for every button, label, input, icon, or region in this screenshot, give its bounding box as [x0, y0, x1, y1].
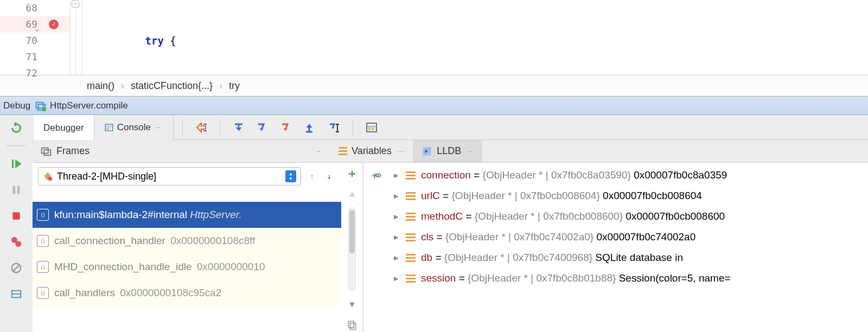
frame-item[interactable]: ⟨⟩ call_handlers 0x0000000108c95ca2: [33, 280, 341, 306]
add-watch-button[interactable]: +: [345, 166, 359, 180]
frames-header[interactable]: Frames →·: [33, 140, 331, 162]
step-out-button[interactable]: [303, 120, 318, 135]
divider: [220, 119, 220, 136]
pause-button[interactable]: [8, 182, 24, 198]
frame-down-button[interactable]: ↓: [323, 170, 336, 183]
frames-panel: Thread-2-[MHD-single] ▲▼ ↑ ↓ ⟨⟩ kfun:mai…: [33, 163, 363, 332]
frames-scroll-column: + ▲ ▼: [341, 163, 363, 332]
svg-point-34: [47, 173, 49, 175]
new-watch-button[interactable]: +: [371, 169, 385, 183]
frame-icon: ⟨⟩: [37, 235, 49, 247]
vertical-scrollbar[interactable]: [348, 207, 356, 291]
svg-point-41: [378, 175, 379, 176]
pin-icon[interactable]: →·: [314, 147, 323, 155]
variable-row[interactable]: ▶ methodC = {ObjHeader * | 0x7fb0cb00860…: [392, 206, 868, 227]
fold-toggle-icon[interactable]: −: [72, 0, 79, 8]
copy-button[interactable]: [345, 318, 359, 332]
variable-icon: [406, 233, 416, 241]
svg-point-8: [15, 241, 21, 247]
svg-rect-26: [368, 127, 371, 129]
svg-rect-4: [13, 186, 16, 194]
breadcrumb[interactable]: main() › staticCFunction{...} › try: [0, 75, 868, 97]
breadcrumb-item[interactable]: staticCFunction{...}: [131, 80, 213, 92]
svg-rect-5: [17, 186, 20, 194]
svg-line-10: [13, 265, 20, 272]
breadcrumb-item[interactable]: try: [229, 80, 240, 92]
breakpoint-icon[interactable]: [49, 20, 59, 29]
frame-item[interactable]: ⟨⟩ call_connection_handler 0x0000000108c…: [33, 228, 341, 254]
frame-item[interactable]: ⟨⟩ kfun:main$lambda-2#internal HttpServe…: [33, 202, 341, 228]
thread-selector[interactable]: Thread-2-[MHD-single] ▲▼: [38, 167, 301, 186]
force-step-into-button[interactable]: [279, 120, 294, 135]
svg-text:+: +: [372, 170, 378, 181]
pin-icon[interactable]: →·: [396, 147, 405, 155]
frame-item[interactable]: ⟨⟩ MHD_connection_handle_idle 0x00000000…: [33, 254, 341, 280]
resume-button[interactable]: [8, 156, 24, 172]
variable-row[interactable]: ▶ cls = {ObjHeader * | 0x7fb0c74002a0} 0…: [392, 227, 868, 247]
frame-icon: ⟨⟩: [37, 209, 49, 221]
fold-guide: [75, 9, 76, 75]
fold-column[interactable]: −: [71, 0, 82, 75]
lldb-header[interactable]: LLDB →·: [414, 140, 482, 162]
variable-row[interactable]: ▶ db = {ObjHeader * | 0x7fb0c7400968} SQ…: [392, 247, 868, 268]
show-execution-point-button[interactable]: [194, 120, 209, 135]
variable-icon: [406, 192, 416, 200]
code-content[interactable]: try { val db = KSqlite(cls) db: SQLite d…: [82, 0, 868, 75]
layout-settings-button[interactable]: [8, 286, 24, 302]
debug-toolbar: Debugger Console →·: [33, 115, 868, 140]
breadcrumb-item[interactable]: main(): [87, 80, 114, 92]
svg-rect-39: [350, 323, 356, 330]
code-line: try {: [82, 33, 868, 49]
tab-debugger[interactable]: Debugger: [34, 115, 94, 140]
svg-rect-3: [12, 159, 14, 168]
expand-icon[interactable]: ▶: [394, 186, 400, 206]
variables-panel-toolbar: +: [363, 163, 392, 332]
evaluate-expression-button[interactable]: [364, 120, 379, 135]
stop-button[interactable]: [8, 208, 24, 224]
debug-toolwindow-header[interactable]: Debug HttpServer.compile: [0, 97, 868, 115]
variable-row[interactable]: ▶ connection = {ObjHeader * | 0x7fb0c8a0…: [392, 165, 868, 186]
chevron-down-icon: ⌄: [35, 20, 39, 36]
expand-icon[interactable]: ▶: [394, 165, 400, 186]
svg-rect-28: [368, 129, 371, 130]
debug-panels: Thread-2-[MHD-single] ▲▼ ↑ ↓ ⟨⟩ kfun:mai…: [33, 163, 868, 332]
svg-rect-31: [44, 150, 50, 155]
svg-point-2: [42, 107, 46, 111]
variables-list[interactable]: ▶ connection = {ObjHeader * | 0x7fb0c8a0…: [392, 163, 868, 332]
expand-icon[interactable]: ▶: [394, 206, 400, 227]
tab-console[interactable]: Console →·: [94, 115, 174, 140]
step-into-button[interactable]: [255, 120, 270, 135]
step-over-button[interactable]: [231, 120, 246, 135]
rerun-button[interactable]: [8, 119, 24, 136]
variables-header[interactable]: Variables →·: [331, 140, 414, 162]
lldb-icon: [422, 146, 432, 157]
expand-icon[interactable]: ▶: [394, 247, 400, 268]
variable-row[interactable]: ▶ urlC = {ObjHeader * | 0x7fb0cb008604} …: [392, 186, 868, 206]
divider: [182, 119, 183, 136]
scroll-up-icon[interactable]: ▲: [345, 187, 359, 201]
pin-icon[interactable]: →·: [465, 147, 475, 155]
mute-breakpoints-button[interactable]: [8, 260, 24, 276]
frame-list[interactable]: ⟨⟩ kfun:main$lambda-2#internal HttpServe…: [33, 202, 341, 332]
expand-icon[interactable]: ▶: [394, 227, 400, 247]
view-breakpoints-button[interactable]: [8, 234, 24, 250]
run-to-cursor-button[interactable]: [327, 120, 342, 135]
dropdown-stepper-icon[interactable]: ▲▼: [285, 170, 296, 182]
panels-header: Frames →· Variables →· LLDB →·: [33, 140, 868, 163]
svg-rect-30: [42, 148, 48, 153]
svg-rect-27: [372, 127, 374, 129]
frame-up-button[interactable]: ↑: [305, 170, 318, 183]
svg-rect-38: [348, 321, 354, 328]
variable-icon: [406, 171, 416, 180]
code-editor[interactable]: 68 69 70 71 72 ⌄ − try { val db = KSqlit…: [0, 0, 868, 75]
console-icon: [104, 123, 114, 132]
run-config-icon: [35, 100, 47, 112]
variable-icon: [406, 274, 416, 283]
expand-icon[interactable]: ▶: [394, 268, 400, 289]
frame-icon: ⟨⟩: [37, 287, 49, 299]
variable-icon: [406, 213, 416, 221]
scroll-down-icon[interactable]: ▼: [345, 297, 359, 311]
divider: [7, 145, 25, 146]
variable-row[interactable]: ▶ session = {ObjHeader * | 0x7fb0c8b01b8…: [392, 268, 868, 289]
gutter[interactable]: 68 69 70 71 72 ⌄: [0, 0, 71, 75]
